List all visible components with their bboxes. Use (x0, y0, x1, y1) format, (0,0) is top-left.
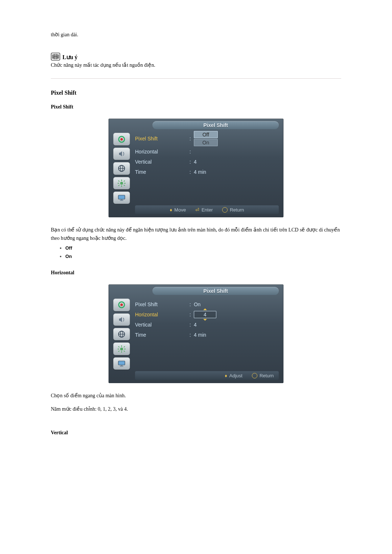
svg-rect-32 (118, 361, 125, 365)
gear-icon[interactable] (113, 342, 130, 355)
svg-rect-7 (121, 180, 122, 181)
footer-return: Return (222, 207, 244, 213)
intro-text: thời gian dài. (51, 31, 341, 39)
osd-title: Pixel Shift (203, 122, 228, 128)
network-icon[interactable] (113, 328, 130, 340)
gear-icon[interactable] (113, 177, 130, 189)
menu-row-vertical[interactable]: Vertical : 4 (135, 157, 279, 167)
value-option-on[interactable]: On (194, 139, 218, 146)
footer-enter: ⏎Enter (195, 207, 213, 213)
value-selected-off[interactable]: Off (194, 131, 218, 138)
svg-rect-10 (124, 183, 126, 184)
sound-icon[interactable] (113, 148, 130, 160)
footer-return: Return (252, 373, 274, 378)
osd-sidebar (112, 131, 131, 204)
menu-row-pixel-shift[interactable]: Pixel Shift : On (135, 299, 279, 309)
osd-menu-horizontal: Pixel Shift Pixel Shift : On (109, 284, 283, 383)
picture-icon[interactable] (113, 133, 130, 145)
row-label: Horizontal (135, 149, 189, 155)
footer-move: ♦Move (170, 207, 186, 213)
svg-rect-8 (121, 185, 122, 187)
svg-rect-34 (120, 366, 123, 367)
row-value: 4 (194, 322, 197, 328)
monitor-icon[interactable] (113, 357, 130, 370)
row-label: Horizontal (135, 312, 189, 317)
svg-point-6 (120, 182, 123, 185)
heading-pixel-shift: Pixel Shift (51, 90, 341, 96)
menu-row-horizontal[interactable]: Horizontal : (135, 147, 279, 157)
arrow-up-icon[interactable] (203, 308, 207, 310)
desc-horizontal-1: Chọn số điểm ngang của màn hình. (51, 392, 341, 400)
svg-rect-29 (123, 346, 125, 347)
svg-rect-13 (118, 185, 119, 186)
svg-rect-26 (118, 349, 119, 349)
svg-rect-27 (124, 349, 126, 349)
svg-rect-33 (121, 365, 123, 366)
option-off: Off (65, 245, 341, 251)
row-label: Vertical (135, 159, 189, 165)
desc-horizontal-2: Năm mức điều chỉnh: 0, 1, 2, 3, và 4. (51, 405, 341, 413)
note-body: Chức năng này mất tác dụng nếu tắt nguồn… (51, 62, 341, 68)
menu-row-time[interactable]: Time : 4 min (135, 330, 279, 340)
option-on: On (65, 254, 341, 259)
svg-rect-16 (121, 200, 123, 200)
options-list: Off On (51, 245, 341, 259)
divider (51, 78, 341, 79)
menu-row-pixel-shift[interactable]: Pixel Shift : Off On (135, 134, 279, 144)
row-label: Pixel Shift (135, 136, 189, 141)
heading-vertical: Vertical (51, 430, 341, 436)
row-label: Time (135, 332, 189, 338)
row-label: Vertical (135, 322, 189, 328)
row-value: 4 min (194, 332, 206, 338)
row-value: 4 min (194, 169, 206, 175)
note-title: Lưu ý (62, 54, 78, 61)
heading-horizontal: Horizontal (51, 270, 341, 276)
osd-footer: ♦Adjust Return (135, 371, 279, 380)
svg-rect-28 (118, 346, 119, 347)
osd-footer: ♦Move ⏎Enter Return (135, 205, 279, 214)
picture-icon[interactable] (113, 299, 130, 311)
osd-menu-pixel-shift: Pixel Shift Pixel Shift : Off On (109, 119, 283, 217)
arrow-down-icon[interactable] (203, 319, 207, 321)
svg-rect-24 (121, 345, 122, 347)
svg-rect-11 (118, 180, 119, 182)
svg-rect-14 (123, 185, 125, 186)
row-value: On (194, 301, 201, 307)
svg-rect-17 (120, 200, 123, 201)
svg-rect-15 (118, 195, 125, 199)
menu-row-vertical[interactable]: Vertical : 4 (135, 320, 279, 330)
adjust-value: 4 (194, 311, 216, 318)
svg-rect-9 (118, 183, 119, 184)
monitor-icon[interactable] (113, 192, 130, 204)
svg-point-23 (120, 348, 123, 350)
osd-title: Pixel Shift (203, 288, 228, 294)
desc-pixel-shift: Bạn có thể sử dụng chức năng này để ngăn… (51, 226, 341, 242)
row-label: Time (135, 169, 189, 175)
svg-point-19 (121, 304, 123, 306)
osd-title-tab: Pixel Shift (152, 121, 279, 129)
sound-icon[interactable] (113, 313, 130, 326)
menu-row-horizontal[interactable]: Horizontal : 4 (135, 309, 279, 320)
svg-rect-12 (123, 180, 125, 182)
menu-row-time[interactable]: Time : 4 min (135, 167, 279, 177)
svg-rect-31 (123, 350, 125, 352)
network-icon[interactable] (113, 162, 130, 175)
osd-title-tab: Pixel Shift (152, 287, 279, 295)
note-icon (51, 53, 60, 61)
subheading-pixel-shift: Pixel Shift (51, 104, 341, 110)
svg-point-2 (121, 138, 123, 140)
osd-sidebar (112, 297, 131, 370)
row-value: 4 (194, 159, 197, 165)
footer-adjust: ♦Adjust (225, 373, 242, 378)
svg-rect-30 (118, 350, 119, 352)
adjust-control[interactable]: 4 (194, 308, 216, 321)
row-label: Pixel Shift (135, 301, 189, 307)
svg-rect-25 (121, 351, 122, 353)
